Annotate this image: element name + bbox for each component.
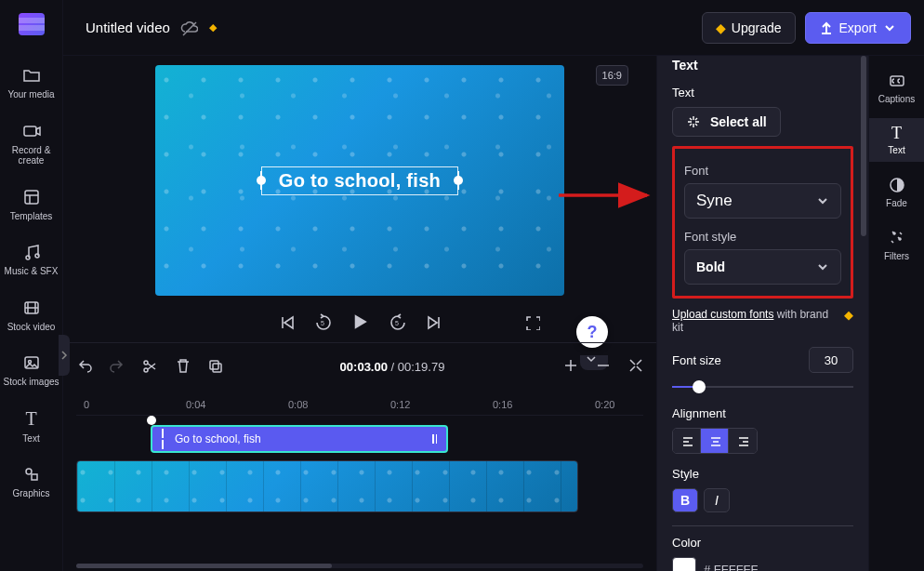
color-hex[interactable]: # FFFFFF bbox=[704, 563, 759, 572]
templates-icon bbox=[21, 187, 42, 207]
rr-item-text[interactable]: T Text bbox=[869, 118, 924, 162]
rr-item-captions[interactable]: Captions bbox=[869, 65, 924, 111]
rr-label: Filters bbox=[884, 251, 909, 261]
font-style-dropdown[interactable]: Bold bbox=[684, 249, 841, 285]
sidebar-item-templates[interactable]: Templates bbox=[0, 181, 62, 228]
shapes-icon bbox=[21, 464, 42, 485]
video-preview[interactable]: Go to school, fish bbox=[155, 65, 564, 296]
style-label: Style bbox=[672, 467, 853, 481]
sidebar-item-record[interactable]: Record & create bbox=[0, 115, 62, 172]
align-left-button[interactable] bbox=[673, 429, 701, 453]
svg-point-13 bbox=[144, 368, 148, 372]
panel-expand-handle[interactable] bbox=[59, 335, 70, 376]
premium-icon: ◆ bbox=[209, 21, 217, 33]
font-size-label: Font size bbox=[672, 353, 721, 367]
ruler-tick: 0:12 bbox=[390, 399, 410, 410]
sidebar-label: Graphics bbox=[12, 488, 49, 499]
font-style-value: Bold bbox=[696, 259, 725, 274]
add-track-button[interactable] bbox=[562, 357, 578, 376]
sidebar-label: Stock video bbox=[7, 322, 56, 333]
export-label: Export bbox=[839, 20, 877, 35]
rr-item-filters[interactable]: Filters bbox=[869, 222, 924, 268]
timeline-ruler[interactable]: 0 0:04 0:08 0:12 0:16 0:20 bbox=[76, 386, 643, 416]
delete-button[interactable] bbox=[174, 357, 190, 376]
panel-title: Text bbox=[672, 58, 853, 73]
font-dropdown[interactable]: Syne bbox=[684, 183, 841, 219]
sidebar-item-graphics[interactable]: Graphics bbox=[0, 458, 62, 505]
font-value: Syne bbox=[696, 192, 733, 210]
aspect-ratio-button[interactable]: 16:9 bbox=[596, 65, 628, 86]
sidebar-item-text[interactable]: T Text bbox=[0, 403, 62, 450]
skip-start-button[interactable] bbox=[276, 312, 295, 331]
rr-item-fade[interactable]: Fade bbox=[869, 169, 924, 215]
svg-point-3 bbox=[35, 254, 39, 258]
upload-fonts-link[interactable]: Upload custom fonts with brand kit ◆ bbox=[672, 308, 853, 334]
diamond-icon: ◆ bbox=[844, 308, 853, 322]
style-group: B I bbox=[672, 488, 853, 512]
folder-icon bbox=[21, 65, 42, 86]
rewind-5-button[interactable]: 5 bbox=[313, 312, 332, 331]
timeline-scrollbar[interactable] bbox=[76, 564, 643, 568]
font-style-label: Font style bbox=[684, 230, 841, 244]
align-center-button[interactable] bbox=[701, 429, 729, 453]
skip-end-button[interactable] bbox=[425, 312, 443, 331]
forward-5-button[interactable]: 5 bbox=[388, 312, 406, 331]
rr-label: Captions bbox=[878, 94, 915, 104]
sidebar-item-music[interactable]: Music & SFX bbox=[0, 236, 62, 283]
upgrade-button[interactable]: ◆ Upgrade bbox=[702, 12, 796, 44]
resize-handle-right[interactable] bbox=[454, 176, 463, 185]
fullscreen-button[interactable] bbox=[522, 312, 541, 331]
properties-panel: Text Text Select all Font Syne Font styl… bbox=[656, 56, 868, 571]
font-size-input[interactable] bbox=[809, 347, 853, 373]
redo-button[interactable] bbox=[109, 357, 125, 376]
project-title[interactable]: Untitled video bbox=[76, 20, 170, 35]
ruler-tick: 0 bbox=[84, 399, 89, 410]
preview-area: 16:9 Go to school, fish 5 5 ? bbox=[63, 56, 656, 342]
sidebar-item-stock-images[interactable]: Stock images bbox=[0, 347, 62, 393]
scrollbar-thumb[interactable] bbox=[76, 564, 332, 568]
video-clip[interactable] bbox=[76, 460, 578, 512]
panel-scrollbar[interactable] bbox=[861, 56, 866, 571]
chevron-right-icon bbox=[60, 350, 68, 361]
app-logo[interactable] bbox=[19, 13, 45, 35]
text-track[interactable]: Go to school, fish bbox=[76, 425, 643, 453]
sidebar-label: Templates bbox=[10, 211, 53, 222]
italic-button[interactable]: I bbox=[704, 488, 730, 512]
text-clip[interactable]: Go to school, fish bbox=[151, 425, 448, 453]
font-size-slider[interactable] bbox=[672, 380, 853, 393]
sidebar-item-your-media[interactable]: Your media bbox=[0, 60, 62, 106]
select-all-label: Select all bbox=[710, 114, 767, 129]
color-swatch[interactable] bbox=[672, 557, 696, 571]
chevron-down-icon bbox=[816, 260, 829, 273]
split-button[interactable] bbox=[141, 357, 157, 376]
bold-button[interactable]: B bbox=[672, 488, 698, 512]
chevron-down-icon bbox=[882, 20, 897, 35]
ruler-tick: 0:08 bbox=[288, 399, 308, 410]
svg-text:5: 5 bbox=[321, 320, 324, 326]
text-overlay[interactable]: Go to school, fish bbox=[261, 166, 458, 195]
sidebar-item-stock-video[interactable]: Stock video bbox=[0, 292, 62, 339]
camera-icon bbox=[21, 121, 42, 141]
svg-text:5: 5 bbox=[395, 320, 399, 326]
upgrade-label: Upgrade bbox=[732, 20, 782, 35]
divider bbox=[672, 525, 853, 526]
visibility-toggle[interactable] bbox=[179, 19, 198, 37]
overlay-text: Go to school, fish bbox=[279, 170, 441, 192]
fit-button[interactable] bbox=[627, 357, 643, 376]
timeline-panel: 00:03.00 / 00:19.79 0 0:04 0:08 0:12 0:1… bbox=[63, 342, 656, 571]
sidebar-label: Record & create bbox=[0, 145, 62, 166]
ruler-tick: 0:20 bbox=[595, 399, 614, 410]
color-label: Color bbox=[672, 536, 853, 550]
video-track[interactable] bbox=[76, 460, 643, 512]
undo-button[interactable] bbox=[76, 357, 92, 376]
play-button[interactable] bbox=[350, 312, 369, 331]
export-button[interactable]: Export bbox=[805, 12, 911, 44]
duplicate-button[interactable] bbox=[206, 357, 222, 376]
zoom-out-button[interactable] bbox=[595, 357, 611, 376]
align-right-button[interactable] bbox=[729, 429, 757, 453]
clip-handle-left[interactable] bbox=[162, 429, 167, 449]
clip-handle-right[interactable] bbox=[432, 434, 437, 444]
resize-handle-left[interactable] bbox=[257, 176, 266, 185]
upload-icon bbox=[819, 20, 834, 35]
select-all-button[interactable]: Select all bbox=[672, 107, 781, 137]
